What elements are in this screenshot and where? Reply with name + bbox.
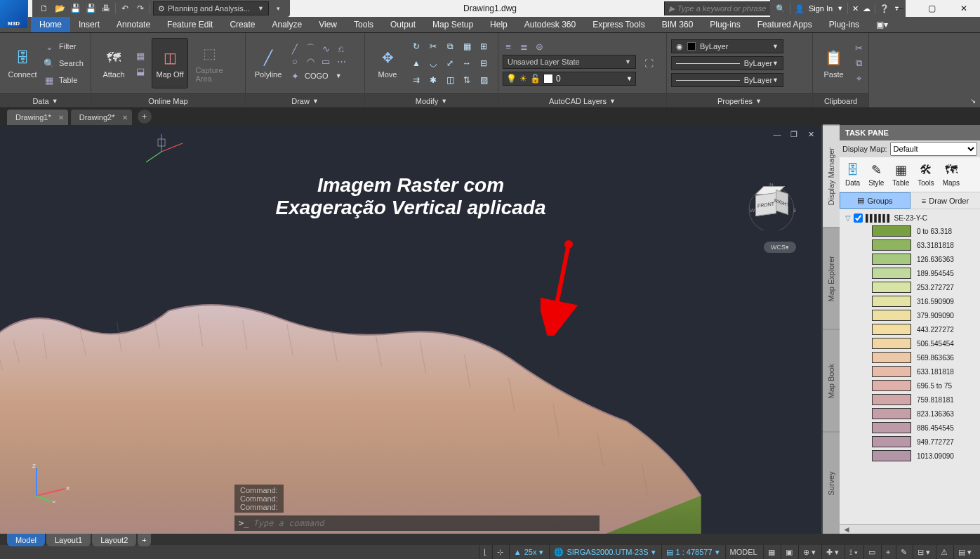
legend-item[interactable]: 443.227272 — [842, 322, 977, 336]
mirror-icon[interactable]: ▲ — [409, 55, 424, 71]
ribbon-tab-tools[interactable]: Tools — [345, 17, 382, 32]
circle-icon[interactable]: ○ — [289, 55, 300, 67]
move-button[interactable]: ✥Move — [369, 38, 406, 88]
viewport-close-icon[interactable]: ✕ — [804, 129, 817, 139]
app-logo[interactable]: M3D — [0, 0, 28, 28]
legend-item[interactable]: 759.818181 — [842, 393, 977, 407]
fillet-icon[interactable]: ◡ — [425, 55, 441, 71]
status-tool-icon[interactable]: ⌖ — [881, 545, 894, 559]
ribbon-tab-featured-apps[interactable]: Featured Apps — [749, 17, 821, 32]
task-tool-style[interactable]: ✎Style — [868, 162, 884, 187]
legend-hscroll[interactable]: ◄ — [840, 524, 980, 534]
print-icon[interactable]: 🖶 — [100, 2, 112, 15]
mod-tool-icon[interactable]: ⊞ — [476, 39, 491, 54]
status-tool-icon[interactable]: ⊕ ▾ — [798, 545, 820, 559]
command-line[interactable]: >_ — [234, 515, 600, 531]
trim-icon[interactable]: ✂ — [425, 39, 441, 54]
task-tool-maps[interactable]: 🗺Maps — [943, 163, 960, 187]
status-grid-icon[interactable]: ⊹ — [492, 545, 508, 559]
ribbon-tab-insert[interactable]: Insert — [70, 17, 108, 32]
status-scale[interactable]: ▤ 1 : 478577 ▾ — [661, 545, 724, 559]
close-icon[interactable]: ✕ — [122, 114, 128, 121]
status-tool-icon[interactable]: ⟟ ▾ — [845, 545, 862, 559]
copy-icon[interactable]: ⧉ — [853, 58, 864, 69]
legend-item[interactable]: 0 to 63.318 — [842, 224, 977, 238]
document-tab[interactable]: Drawing2*✕ — [71, 110, 132, 125]
a360-icon[interactable]: ☁ — [863, 4, 870, 13]
help-search[interactable]: ▶ Type a keyword or phrase — [664, 1, 783, 15]
layer-visible-checkbox[interactable] — [854, 213, 863, 223]
copy-icon[interactable]: ⧉ — [442, 39, 458, 54]
command-input[interactable] — [253, 518, 595, 528]
find-icon[interactable]: 🔍 — [776, 4, 786, 13]
undo-icon[interactable]: ↶ — [119, 2, 131, 15]
ribbon-tab-create[interactable]: Create — [221, 17, 263, 32]
sign-in-button[interactable]: Sign In — [809, 4, 833, 13]
arc2-icon[interactable]: ◠ — [305, 55, 316, 67]
chevron-down-icon[interactable]: ▼ — [837, 5, 843, 12]
status-tool-icon[interactable]: ▦ — [763, 545, 779, 559]
layer-tool-icon[interactable]: ⊜ — [534, 41, 545, 52]
panel-title-data[interactable]: Data▼ — [0, 93, 91, 107]
save-icon[interactable]: 💾 — [69, 2, 81, 15]
task-tool-tools[interactable]: 🛠Tools — [918, 163, 934, 187]
online-map-icon-1[interactable]: ▦ — [135, 50, 146, 61]
layout-tab-layout2[interactable]: Layout2 — [92, 534, 136, 546]
mod-tool-icon[interactable]: ⇅ — [459, 72, 475, 88]
status-tool-icon[interactable]: ✎ — [896, 545, 911, 559]
panel-title-modify[interactable]: Modify▼ — [365, 93, 498, 107]
explode-icon[interactable]: ✱ — [425, 72, 441, 88]
ribbon-tab-home[interactable]: Home — [31, 17, 70, 32]
map-off-button[interactable]: ◫Map Off — [152, 38, 188, 88]
viewcube[interactable]: NEW FRONT RIGHT — [747, 181, 796, 230]
status-zoom[interactable]: ▲ 25x ▾ — [509, 545, 548, 559]
panel-title-properties[interactable]: Properties▼↘ — [667, 93, 812, 107]
arc-icon[interactable]: ⌒ — [305, 43, 316, 54]
stretch-icon[interactable]: ↔ — [459, 55, 475, 71]
cogo-button[interactable]: ✦COGO▼ — [289, 68, 347, 84]
ribbon-tab-feature-edit[interactable]: Feature Edit — [159, 17, 221, 32]
ribbon-tab-plugins[interactable]: Plug-ins — [701, 17, 748, 32]
status-tool-icon[interactable]: ▣ — [781, 545, 797, 559]
maximize-button[interactable]: ▢ — [915, 0, 948, 17]
legend-item[interactable]: 253.272727 — [842, 280, 977, 294]
legend-item[interactable]: 316.590909 — [842, 294, 977, 308]
draw-order-mode-button[interactable]: ≡Draw Order — [911, 192, 980, 209]
properties-lineweight-dropdown[interactable]: ByLayer▼ — [671, 56, 783, 70]
vtab-display-manager[interactable]: Display Manager — [823, 125, 840, 228]
status-warning-icon[interactable]: ⚠ — [936, 545, 952, 559]
polyline-button[interactable]: ╱Polyline — [250, 38, 286, 88]
legend-item[interactable]: 506.545454 — [842, 336, 977, 350]
layout-tab-model[interactable]: Model — [7, 534, 45, 546]
redo-icon[interactable]: ↷ — [134, 2, 147, 15]
legend-item[interactable]: 823.136363 — [842, 407, 977, 421]
open-icon[interactable]: 📂 — [53, 2, 66, 15]
offset-icon[interactable]: ⇉ — [409, 72, 424, 88]
legend-item[interactable]: 886.454545 — [842, 421, 977, 435]
filter-button[interactable]: ⌄Filter — [44, 39, 84, 54]
cut-icon[interactable]: ✂ — [853, 42, 864, 53]
paste-button[interactable]: 📋Paste — [817, 38, 850, 88]
status-tool-icon[interactable]: ✚ ▾ — [821, 545, 843, 559]
layer-current-dropdown[interactable]: 💡 ☀ 🔓 0 ▼ — [503, 72, 636, 86]
rotate-icon[interactable]: ↻ — [409, 39, 424, 54]
connect-button[interactable]: 🗄 Connect — [4, 38, 41, 88]
status-tool-icon[interactable]: ⊟ ▾ — [913, 545, 934, 559]
legend-layer-root[interactable]: ▽ ▌▌▌▌▌▌ SE-23-Y-C — [842, 212, 977, 224]
ribbon-tab-output[interactable]: Output — [382, 17, 424, 32]
vtab-survey[interactable]: Survey — [823, 432, 840, 534]
layer-tool-icon[interactable]: ≣ — [518, 41, 529, 52]
ribbon-tab-express-tools[interactable]: Express Tools — [584, 17, 653, 32]
saveas-icon[interactable]: 💾 — [84, 2, 97, 15]
ribbon-tab-view[interactable]: View — [310, 17, 345, 32]
qat-more-icon[interactable]: ▾ — [272, 2, 284, 15]
groups-mode-button[interactable]: ▤Groups — [840, 192, 911, 209]
viewport-restore-icon[interactable]: ❐ — [788, 129, 800, 139]
legend-item[interactable]: 949.772727 — [842, 435, 977, 449]
legend-item[interactable]: 63.3181818 — [842, 238, 977, 252]
vtab-map-explorer[interactable]: Map Explorer — [823, 228, 840, 330]
close-button[interactable]: ✕ — [948, 0, 980, 17]
panel-title-draw[interactable]: Draw▼ — [246, 93, 364, 107]
search-button[interactable]: 🔍Search — [44, 55, 84, 71]
layer-state-dropdown[interactable]: Unsaved Layer State▼ — [503, 55, 636, 69]
